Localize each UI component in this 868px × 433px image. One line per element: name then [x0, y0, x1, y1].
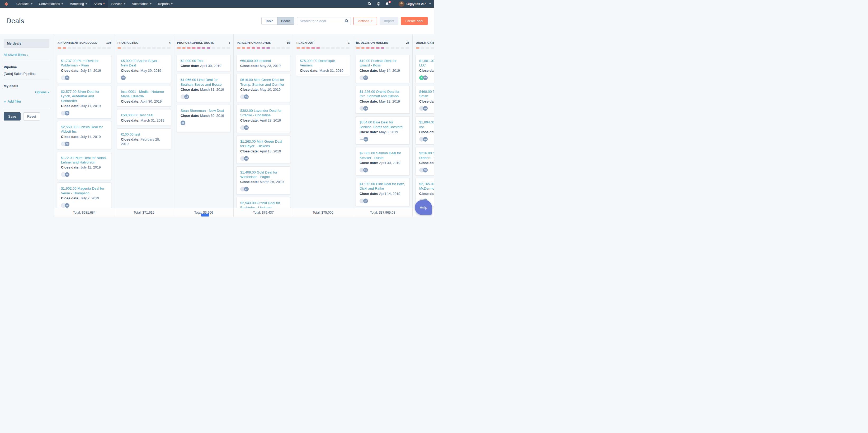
close-date-label: Close date:: [61, 135, 80, 139]
table-view-button[interactable]: Table: [261, 17, 277, 25]
deal-card[interactable]: $554.00 Blue Deal for Jenkins, Borer and…: [355, 116, 410, 144]
deal-card[interactable]: $2,862.00 Salmon Deal for Kessler - Runt…: [355, 147, 410, 175]
horizontal-scrollbar-thumb[interactable]: [201, 213, 209, 216]
deal-card[interactable]: Insc 0001 - Medic - Noturno Maria Eduard…: [117, 86, 171, 107]
close-date-value: July 11, 2019: [81, 165, 100, 169]
deal-card[interactable]: $1,894.00 C IncClose date:AG: [415, 116, 434, 144]
deal-card[interactable]: £50,000.00 Test dealClose date:March 31,…: [117, 109, 171, 126]
deal-card[interactable]: $19.00 Fuchsia Deal for Emard - KossClos…: [355, 55, 410, 83]
nav-item-reports[interactable]: Reports: [155, 0, 176, 8]
deal-card[interactable]: $75,000.00 Dominique VerniersClose date:…: [296, 55, 350, 76]
deal-title-link[interactable]: $75,000.00 Dominique Verniers: [300, 59, 346, 68]
pipeline-select[interactable]: [Data] Sales Pipeline: [4, 72, 50, 76]
deal-close-date: Close date:: [419, 161, 434, 165]
nav-item-marketing[interactable]: Marketing: [66, 0, 90, 8]
deal-card[interactable]: $1,263.00 Mint Green Deal for Bayer - Di…: [236, 136, 290, 164]
deal-card[interactable]: $1,737.00 Plum Deal for Wilderman - Ryan…: [57, 55, 112, 83]
search-icon[interactable]: [368, 2, 372, 6]
deal-title-link[interactable]: $1,902.00 Magenta Deal for Veum - Thomps…: [61, 186, 107, 195]
deal-card[interactable]: $1,226.00 Orchid Deal for Orn, Schmidt a…: [355, 86, 410, 114]
deal-card[interactable]: $172.00 Plum Deal for Nolan, Lehner and …: [57, 152, 112, 180]
deal-card[interactable]: $1,409.00 Gold Deal for Wintheiser - Pag…: [236, 166, 290, 195]
saved-view-my-deals[interactable]: My deals: [4, 39, 50, 48]
deal-title-link[interactable]: $1,894.00 C Inc: [419, 120, 434, 129]
column-name: PERCEPTION ANALYSIS: [237, 41, 271, 44]
deal-card[interactable]: $1,972.00 Pink Deal for Batz, Dicki and …: [355, 178, 410, 206]
deal-title-link[interactable]: $554.00 Blue Deal for Jenkins, Borer and…: [360, 120, 406, 129]
column-cards: $75,000.00 Dominique VerniersClose date:…: [293, 48, 353, 208]
deal-title-link[interactable]: $172.00 Plum Deal for Nolan, Lehner and …: [61, 156, 107, 165]
deal-title-link[interactable]: €50,000.00 testdeal: [240, 59, 286, 63]
create-deal-button[interactable]: Create deal: [401, 17, 428, 25]
deal-card[interactable]: $616.00 Mint Green Deal for Tromp, Stant…: [236, 74, 290, 102]
deal-close-date: Close date:May 8, 2019: [360, 130, 406, 134]
deal-card[interactable]: $468.00 Ta SmithClose date:AM: [415, 86, 434, 114]
deal-search-input[interactable]: [297, 17, 351, 25]
deal-title-link[interactable]: $1,972.00 Pink Deal for Batz, Dicki and …: [360, 182, 406, 191]
caret-down-icon: [62, 3, 63, 4]
deal-title-link[interactable]: $1,966.00 Lime Deal for Beahan, Bosco an…: [181, 77, 227, 87]
deal-card[interactable]: $2,577.00 Silver Deal for Lynch, Aufderh…: [57, 86, 112, 119]
deal-card[interactable]: $382.00 Lavender Deal for Stracke - Cons…: [236, 105, 290, 133]
nav-item-service[interactable]: Service: [108, 0, 129, 8]
deal-title-link[interactable]: $2,000.00 Test: [181, 59, 227, 63]
deal-card[interactable]: €50,000.00 testdealClose date:May 23, 20…: [236, 55, 290, 71]
deal-card[interactable]: $1,801.00 I LLCClose date:+AD: [415, 55, 434, 83]
deal-title-link[interactable]: £50,000.00 Test deal: [121, 113, 167, 118]
add-filter-link[interactable]: + Add filter: [4, 99, 21, 103]
hubspot-logo-icon[interactable]: [4, 0, 9, 8]
deal-title-link[interactable]: $1,737.00 Plum Deal for Wilderman - Ryan: [61, 59, 107, 68]
deal-title-link[interactable]: $616.00 Mint Green Deal for Tromp, Stant…: [240, 77, 286, 87]
close-date-value: July 14, 2019: [81, 69, 101, 72]
deal-title-link[interactable]: $468.00 Ta Smith: [419, 90, 434, 99]
close-date-label: Close date:: [419, 161, 434, 165]
nav-item-conversations[interactable]: Conversations: [36, 0, 66, 8]
board-view-button[interactable]: Board: [277, 17, 294, 25]
deal-title-link[interactable]: $19.00 Fuchsia Deal for Emard - Koss: [360, 59, 406, 68]
deal-card[interactable]: $1,966.00 Lime Deal for Beahan, Bosco an…: [177, 74, 231, 102]
deal-title-link[interactable]: Sean Shoreman - New Deal: [181, 108, 227, 113]
deal-card[interactable]: $2,550.00 Fuchsia Deal for Abbott IncClo…: [57, 121, 112, 149]
deal-title-link[interactable]: $1,263.00 Mint Green Deal for Bayer - Di…: [240, 139, 286, 148]
deal-title-link[interactable]: $1,801.00 I LLC: [419, 59, 434, 68]
account-menu[interactable]: Biglytics AP: [399, 1, 431, 7]
deal-title-link[interactable]: $2,862.00 Salmon Deal for Kessler - Runt…: [360, 151, 406, 160]
deal-title-link[interactable]: €100.00 test: [121, 132, 167, 137]
deal-title-link[interactable]: $382.00 Lavender Deal for Stracke - Cons…: [240, 108, 286, 118]
nav-item-contacts[interactable]: Contacts: [13, 0, 36, 8]
deal-title-link[interactable]: £5,000.00 Sasha Boyer - New Deal: [121, 59, 167, 68]
deal-title-link[interactable]: $2,543.00 Orchid Deal for Bechtelar - Li…: [240, 201, 286, 208]
deal-card[interactable]: €100.00 testClose date:February 28, 2019: [117, 128, 171, 149]
deal-card[interactable]: $2,000.00 TestClose date:April 30, 2019: [177, 55, 231, 71]
gear-icon[interactable]: [376, 2, 381, 6]
column-cards: $1,737.00 Plum Deal for Wilderman - Ryan…: [54, 48, 114, 208]
reset-button[interactable]: Reset: [23, 112, 40, 121]
deal-title-link[interactable]: $2,577.00 Silver Deal for Lynch, Aufderh…: [61, 90, 107, 103]
nav-item-automation[interactable]: Automation: [129, 0, 155, 8]
column-total: Total: $79,437: [234, 208, 293, 216]
deal-card[interactable]: Sean Shoreman - New DealClose date:March…: [177, 105, 231, 132]
deal-close-date: Close date:March 31, 2019: [121, 119, 167, 123]
bell-icon[interactable]: 2: [385, 2, 390, 6]
deal-title-link[interactable]: $2,550.00 Fuchsia Deal for Abbott Inc: [61, 125, 107, 134]
deal-card[interactable]: £5,000.00 Sasha Boyer - New DealClose da…: [117, 55, 171, 83]
deal-card[interactable]: $2,543.00 Orchid Deal for Bechtelar - Li…: [236, 197, 290, 208]
save-button[interactable]: Save: [4, 112, 21, 121]
deal-card[interactable]: $1,902.00 Magenta Deal for Veum - Thomps…: [57, 182, 112, 208]
all-saved-filters-link[interactable]: All saved filters ›: [4, 53, 28, 57]
options-dropdown[interactable]: Options: [35, 91, 50, 94]
deal-title-link[interactable]: $2,165.00 Y McDermott: [419, 182, 434, 191]
deal-title-link[interactable]: $1,409.00 Gold Deal for Wintheiser - Pag…: [240, 170, 286, 179]
nav-item-sales[interactable]: Sales: [90, 0, 108, 8]
deal-card[interactable]: $216.00 Sk Dibbert - WClose date:AK: [415, 147, 434, 175]
deal-title-link[interactable]: $216.00 Sk Dibbert - W: [419, 151, 434, 160]
import-button[interactable]: Import: [380, 17, 398, 25]
deal-close-date: Close date:: [419, 69, 434, 73]
help-button[interactable]: Help: [415, 200, 432, 215]
options-label: Options: [35, 91, 46, 94]
header-controls: Table Board Actions Import Create deal: [261, 17, 428, 25]
close-date-label: Close date:: [181, 114, 199, 118]
actions-button[interactable]: Actions: [353, 17, 377, 25]
deal-title-link[interactable]: $1,226.00 Orchid Deal for Orn, Schmidt a…: [360, 90, 406, 99]
deal-title-link[interactable]: Insc 0001 - Medic - Noturno Maria Eduard…: [121, 90, 167, 99]
